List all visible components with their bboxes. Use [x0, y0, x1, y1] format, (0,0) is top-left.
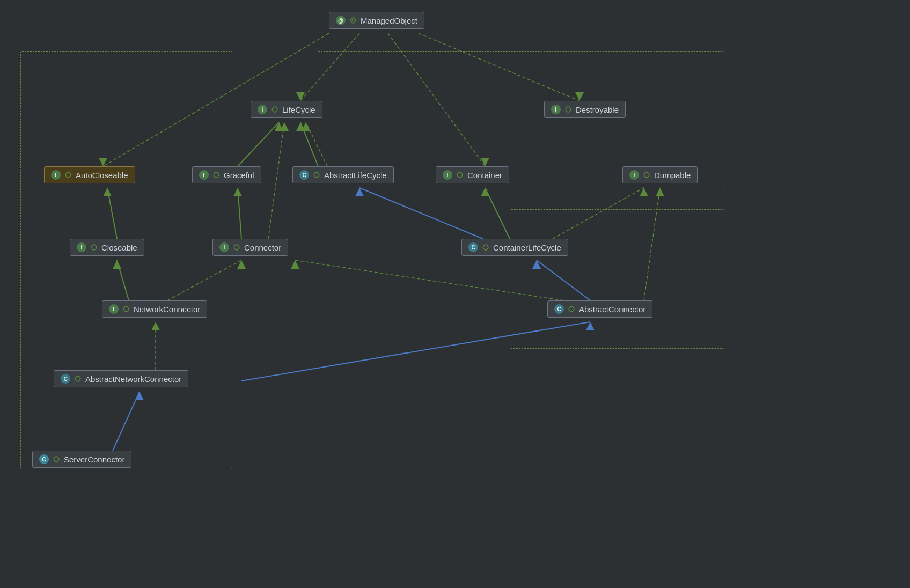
svg-line-2	[419, 33, 579, 101]
badge-abstractconnector: C	[554, 304, 564, 314]
svg-line-4	[388, 33, 485, 166]
svg-marker-11	[302, 122, 310, 131]
node-label-dumpable: Dumpable	[654, 171, 691, 180]
node-label-lifecycle: LifeCycle	[282, 105, 315, 114]
node-abstractlifecycle[interactable]: C AbstractLifeCycle	[292, 166, 394, 183]
svg-marker-9	[296, 122, 305, 131]
svg-marker-41	[135, 392, 144, 400]
svg-line-8	[300, 122, 318, 166]
badge-lifecycle: I	[258, 105, 267, 114]
badge-abstractnetworkconnector: C	[61, 374, 70, 384]
link-icon-abstractnetworkconnector	[74, 374, 82, 383]
badge-closeable: I	[77, 242, 86, 252]
badge-destroyable: I	[551, 105, 561, 114]
node-networkconnector[interactable]: I NetworkConnector	[102, 300, 207, 318]
svg-line-28	[553, 188, 644, 239]
node-label-abstractnetworkconnector: AbstractNetworkConnector	[85, 374, 181, 384]
node-abstractconnector[interactable]: C AbstractConnector	[547, 300, 652, 318]
node-label-abstractconnector: AbstractConnector	[579, 305, 645, 314]
svg-line-38	[241, 322, 590, 381]
badge-container: I	[443, 170, 452, 180]
svg-marker-33	[291, 260, 299, 269]
svg-marker-17	[233, 188, 242, 196]
svg-line-34	[644, 188, 660, 300]
badge-autocloseable: I	[51, 170, 61, 180]
link-icon-abstractlifecycle	[312, 171, 321, 179]
link-icon-graceful	[212, 171, 221, 179]
svg-marker-31	[532, 260, 541, 269]
node-label-serverconnector: ServerConnector	[64, 455, 124, 464]
node-connector[interactable]: I Connector	[212, 239, 288, 256]
svg-line-20	[117, 260, 129, 300]
node-label-graceful: Graceful	[224, 171, 254, 180]
node-graceful[interactable]: I Graceful	[192, 166, 261, 183]
svg-marker-19	[280, 122, 289, 131]
badge-serverconnector: C	[39, 454, 49, 464]
node-closeable[interactable]: I Closeable	[70, 239, 144, 256]
svg-line-0	[300, 33, 359, 101]
node-managedobject[interactable]: @ ManagedObject	[329, 12, 424, 29]
badge-managedobject: @	[336, 16, 346, 25]
link-icon-managedobject	[349, 16, 357, 25]
node-dumpable[interactable]: I Dumpable	[622, 166, 698, 183]
connections-svg	[0, 0, 910, 588]
node-label-abstractlifecycle: AbstractLifeCycle	[324, 171, 387, 180]
svg-line-6	[103, 33, 329, 166]
node-abstractnetworkconnector[interactable]: C AbstractNetworkConnector	[54, 370, 188, 387]
badge-networkconnector: I	[109, 304, 119, 314]
svg-marker-15	[103, 188, 112, 196]
node-label-closeable: Closeable	[101, 243, 137, 252]
diagram-container: @ ManagedObject I LifeCycle I Destroyabl…	[0, 0, 910, 588]
svg-line-12	[238, 122, 279, 166]
svg-marker-29	[640, 188, 648, 196]
node-label-destroyable: Destroyable	[576, 105, 619, 114]
svg-line-26	[485, 188, 510, 239]
svg-line-16	[238, 188, 241, 239]
region-left	[20, 51, 232, 469]
link-icon-closeable	[90, 243, 98, 252]
link-icon-container	[456, 171, 464, 179]
node-label-containerlifecycle: ContainerLifeCycle	[493, 243, 561, 252]
node-lifecycle[interactable]: I LifeCycle	[251, 101, 322, 118]
link-icon-dumpable	[642, 171, 651, 179]
node-label-networkconnector: NetworkConnector	[134, 305, 200, 314]
node-autocloseable[interactable]: I AutoCloseable	[44, 166, 135, 183]
svg-line-40	[113, 392, 140, 451]
svg-marker-23	[237, 260, 246, 269]
link-icon-networkconnector	[122, 305, 130, 313]
link-icon-serverconnector	[52, 455, 61, 464]
svg-marker-5	[481, 158, 489, 166]
svg-line-22	[167, 260, 241, 300]
node-container[interactable]: I Container	[436, 166, 509, 183]
region-right-lower	[510, 209, 724, 349]
svg-line-18	[268, 122, 284, 239]
link-icon-autocloseable	[64, 171, 72, 179]
svg-marker-3	[575, 92, 584, 101]
svg-marker-27	[481, 188, 489, 196]
badge-dumpable: I	[629, 170, 639, 180]
node-label-autocloseable: AutoCloseable	[76, 171, 128, 180]
svg-marker-39	[586, 322, 595, 330]
badge-connector: I	[219, 242, 229, 252]
link-icon-destroyable	[564, 105, 573, 114]
node-destroyable[interactable]: I Destroyable	[544, 101, 626, 118]
svg-marker-7	[99, 158, 107, 166]
link-icon-lifecycle	[270, 105, 279, 114]
badge-abstractlifecycle: C	[299, 170, 309, 180]
svg-marker-37	[151, 322, 160, 330]
badge-graceful: I	[199, 170, 209, 180]
node-label-container: Container	[467, 171, 502, 180]
svg-line-24	[359, 188, 483, 239]
node-containerlifecycle[interactable]: C ContainerLifeCycle	[461, 239, 568, 256]
svg-marker-1	[296, 92, 305, 101]
svg-line-10	[306, 122, 327, 166]
node-serverconnector[interactable]: C ServerConnector	[32, 451, 131, 468]
svg-marker-21	[113, 260, 121, 269]
svg-line-30	[537, 260, 590, 300]
link-icon-containerlifecycle	[481, 243, 490, 252]
svg-marker-35	[656, 188, 664, 196]
svg-line-14	[107, 188, 117, 239]
link-icon-connector	[232, 243, 241, 252]
badge-containerlifecycle: C	[468, 242, 478, 252]
node-label-managedobject: ManagedObject	[361, 16, 417, 25]
